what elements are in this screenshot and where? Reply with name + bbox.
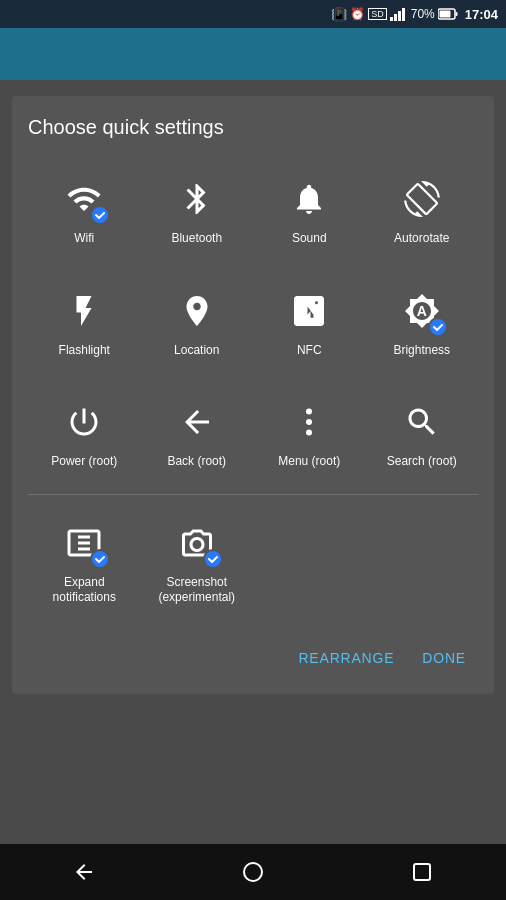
home-nav-button[interactable] [225, 852, 281, 892]
expand-notifications-check-badge [90, 549, 110, 569]
dialog-actions: REARRANGE DONE [28, 630, 478, 678]
status-icons: 📳 ⏰ SD 70% 17:04 [331, 7, 498, 22]
svg-rect-6 [439, 11, 450, 18]
bluetooth-icon-container [173, 175, 221, 223]
power-icon [66, 404, 102, 440]
power-icon-container [60, 398, 108, 446]
battery-text: 70% [411, 7, 435, 21]
back-root-label: Back (root) [167, 454, 226, 470]
svg-rect-11 [414, 864, 430, 880]
settings-item-menu-root[interactable]: Menu (root) [253, 382, 366, 486]
svg-point-7 [306, 409, 312, 415]
rearrange-button[interactable]: REARRANGE [294, 642, 398, 674]
battery-icon [438, 8, 458, 20]
vibrate-icon: 📳 [331, 7, 347, 22]
flashlight-icon-container [60, 287, 108, 335]
back-icon [179, 404, 215, 440]
expand-notifications-label: Expand notifications [36, 575, 133, 606]
sound-icon-container [285, 175, 333, 223]
search-icon-container [398, 398, 446, 446]
settings-item-search-root[interactable]: Search (root) [366, 382, 479, 486]
home-nav-icon [241, 860, 265, 884]
svg-point-10 [244, 863, 262, 881]
settings-item-screenshot[interactable]: Screenshot (experimental) [141, 503, 254, 622]
settings-item-back-root[interactable]: Back (root) [141, 382, 254, 486]
settings-item-bluetooth[interactable]: Bluetooth [141, 159, 254, 263]
settings-item-brightness[interactable]: A Brightness [366, 271, 479, 375]
screenshot-check-badge [203, 549, 223, 569]
settings-grid-row2: Flashlight Location NFC [28, 271, 478, 375]
recents-nav-icon [411, 861, 433, 883]
nfc-icon [291, 293, 327, 329]
main-content: Choose quick settings Wifi [0, 80, 506, 844]
menu-root-label: Menu (root) [278, 454, 340, 470]
nfc-label: NFC [297, 343, 322, 359]
back-nav-icon [72, 860, 96, 884]
location-label: Location [174, 343, 219, 359]
svg-rect-0 [390, 17, 393, 21]
screenshot-label: Screenshot (experimental) [149, 575, 246, 606]
brightness-label: Brightness [393, 343, 450, 359]
menu-dots-icon [291, 404, 327, 440]
wifi-check-badge [90, 205, 110, 225]
settings-grid-row4: Expand notifications Screenshot (experim… [28, 503, 478, 622]
dialog-divider [28, 494, 478, 495]
settings-item-autorotate[interactable]: Autorotate [366, 159, 479, 263]
bottom-nav-bar [0, 844, 506, 900]
settings-grid-row3: Power (root) Back (root) [28, 382, 478, 486]
autorotate-icon [404, 181, 440, 217]
empty-cell-1 [253, 503, 366, 622]
settings-grid-row1: Wifi Bluetooth Sound [28, 159, 478, 263]
settings-item-location[interactable]: Location [141, 271, 254, 375]
signal-icon [390, 7, 408, 21]
sdcard-icon: SD [368, 8, 387, 20]
brightness-icon-container: A [398, 287, 446, 335]
settings-item-flashlight[interactable]: Flashlight [28, 271, 141, 375]
sound-icon [291, 181, 327, 217]
header-bar [0, 28, 506, 80]
svg-rect-1 [394, 14, 397, 21]
bluetooth-icon [179, 181, 215, 217]
svg-rect-3 [402, 8, 405, 21]
back-nav-button[interactable] [56, 852, 112, 892]
expand-notifications-icon-container [60, 519, 108, 567]
flashlight-icon [66, 293, 102, 329]
settings-item-wifi[interactable]: Wifi [28, 159, 141, 263]
alarm-icon: ⏰ [350, 7, 365, 21]
empty-cell-2 [366, 503, 479, 622]
sound-label: Sound [292, 231, 327, 247]
quick-settings-dialog: Choose quick settings Wifi [12, 96, 494, 694]
done-button[interactable]: DONE [418, 642, 470, 674]
dialog-title: Choose quick settings [28, 116, 478, 139]
menu-icon-container [285, 398, 333, 446]
autorotate-icon-container [398, 175, 446, 223]
status-bar: 📳 ⏰ SD 70% 17:04 [0, 0, 506, 28]
search-root-label: Search (root) [387, 454, 457, 470]
settings-item-power-root[interactable]: Power (root) [28, 382, 141, 486]
search-icon [404, 404, 440, 440]
svg-point-9 [306, 430, 312, 436]
brightness-check-badge [428, 317, 448, 337]
nfc-icon-container [285, 287, 333, 335]
power-root-label: Power (root) [51, 454, 117, 470]
flashlight-label: Flashlight [59, 343, 110, 359]
autorotate-label: Autorotate [394, 231, 449, 247]
location-icon [179, 293, 215, 329]
recents-nav-button[interactable] [394, 852, 450, 892]
svg-rect-5 [455, 12, 457, 16]
svg-point-8 [306, 419, 312, 425]
time-display: 17:04 [465, 7, 498, 22]
wifi-label: Wifi [74, 231, 94, 247]
settings-item-expand-notifications[interactable]: Expand notifications [28, 503, 141, 622]
location-icon-container [173, 287, 221, 335]
bluetooth-label: Bluetooth [171, 231, 222, 247]
screenshot-icon-container [173, 519, 221, 567]
settings-item-sound[interactable]: Sound [253, 159, 366, 263]
settings-item-nfc[interactable]: NFC [253, 271, 366, 375]
svg-rect-2 [398, 11, 401, 21]
wifi-icon-container [60, 175, 108, 223]
back-icon-container [173, 398, 221, 446]
